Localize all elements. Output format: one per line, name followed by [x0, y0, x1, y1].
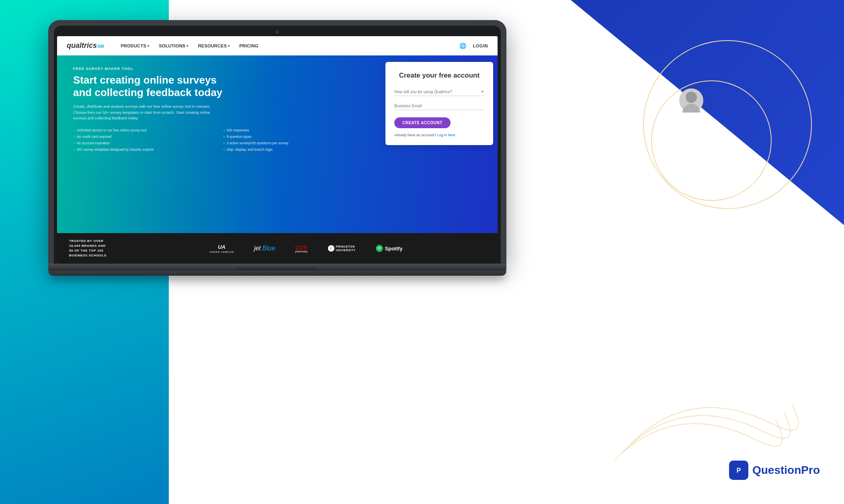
- feature-text: 8 question types: [227, 135, 252, 139]
- navbar: qualtricsXM PRODUCTS ▾ SOLUTIONS ▾ RESOU…: [57, 36, 498, 55]
- nav-right: 🌐 LOGIN: [459, 43, 488, 49]
- screen-bezel: qualtricsXM PRODUCTS ▾ SOLUTIONS ▾ RESOU…: [54, 26, 501, 264]
- qp-name-part1: Question: [752, 464, 801, 476]
- create-account-button[interactable]: CREATE ACCOUNT: [394, 117, 451, 128]
- signup-title: Create your free account: [394, 72, 484, 80]
- feature-text: 50+ survey templates designed by industr…: [77, 148, 154, 152]
- nav-solutions[interactable]: SOLUTIONS ▾: [155, 36, 192, 55]
- plus-icon: +: [223, 129, 225, 133]
- plus-icon: +: [223, 141, 225, 145]
- feature-item: + Skip, display, and branch logic: [223, 148, 369, 152]
- qp-name-part2: Pro: [801, 464, 820, 476]
- feature-text: Unlimited access to our free online surv…: [77, 128, 147, 132]
- feature-item: + 3 active surveys/30 questions per surv…: [223, 141, 369, 145]
- signup-card: Create your free account CREATE ACCOUNT: [385, 62, 493, 145]
- questionpro-icon: P: [729, 461, 748, 480]
- hero-features: + Unlimited access to our free online su…: [73, 128, 369, 152]
- feature-text: No account expiration: [77, 141, 110, 145]
- qualtrics-logo: qualtricsXM: [67, 41, 104, 50]
- under-armour-logo: UA UNDER ARMOUR: [209, 244, 234, 253]
- feature-text: No credit card required: [77, 135, 111, 139]
- logo-xm: XM: [97, 44, 104, 49]
- nav-links: PRODUCTS ▾ SOLUTIONS ▾ RESOURCES ▾ PRI: [117, 36, 460, 55]
- feature-item: + 8 question types: [223, 135, 369, 139]
- feature-item: + 500 responses: [223, 128, 369, 133]
- deco-circle-inner: [651, 80, 772, 201]
- login-link[interactable]: Log in here: [437, 133, 455, 137]
- plus-icon: +: [223, 135, 225, 139]
- spotify-icon: [377, 246, 382, 251]
- email-input[interactable]: [394, 102, 484, 110]
- login-button[interactable]: LOGIN: [473, 43, 488, 48]
- chevron-down-icon: ▾: [147, 44, 149, 48]
- qp-icon-svg: P: [733, 464, 745, 476]
- usage-dropdown[interactable]: [394, 88, 484, 96]
- laptop-camera: [276, 31, 279, 34]
- feature-item: + 50+ survey templates designed by indus…: [73, 148, 219, 152]
- usage-dropdown-group: [394, 88, 484, 96]
- cvs-logo: CVS pharmacy: [295, 244, 308, 253]
- princeton-logo: P PRINCETON UNIVERSITY: [328, 245, 356, 252]
- globe-icon[interactable]: 🌐: [459, 43, 466, 49]
- laptop-stand: [48, 271, 506, 276]
- nav-resources[interactable]: RESOURCES ▾: [194, 36, 234, 55]
- hero-tag: FREE SURVEY MAKER TOOL: [73, 67, 369, 71]
- feature-item: + Unlimited access to our free online su…: [73, 128, 219, 133]
- logo-text: qualtrics: [67, 41, 97, 50]
- feature-item: + No account expiration: [73, 141, 219, 145]
- questionpro-text: QuestionPro: [752, 464, 820, 477]
- plus-icon: +: [73, 141, 75, 145]
- usage-select-wrapper: [394, 88, 484, 96]
- avatar: [679, 88, 703, 113]
- deco-lines-bottom: [603, 351, 804, 472]
- jetblue-logo: jetBlue: [254, 245, 275, 252]
- chevron-down-icon: ▾: [186, 44, 188, 48]
- svg-text:P: P: [737, 467, 741, 474]
- hero-section: FREE SURVEY MAKER TOOL Start creating on…: [57, 55, 498, 233]
- hero-left-content: FREE SURVEY MAKER TOOL Start creating on…: [57, 55, 381, 233]
- laptop-base: [48, 264, 506, 271]
- chevron-down-icon: ▾: [228, 44, 229, 48]
- nav-pricing[interactable]: PRICING: [236, 36, 262, 55]
- feature-text: 500 responses: [227, 128, 249, 132]
- plus-icon: +: [73, 135, 75, 139]
- plus-icon: +: [73, 148, 75, 152]
- laptop-shell: qualtricsXM PRODUCTS ▾ SOLUTIONS ▾ RESOU…: [48, 20, 506, 264]
- brand-logos: UA UNDER ARMOUR jetBlue CVS ph: [127, 244, 486, 253]
- feature-text: Skip, display, and branch logic: [227, 148, 272, 152]
- nav-products[interactable]: PRODUCTS ▾: [117, 36, 154, 55]
- feature-text: 3 active surveys/30 questions per survey: [227, 141, 289, 145]
- email-group: [394, 102, 484, 110]
- laptop-container: qualtricsXM PRODUCTS ▾ SOLUTIONS ▾ RESOU…: [48, 20, 506, 276]
- plus-icon: +: [223, 148, 225, 152]
- questionpro-logo: P QuestionPro: [729, 461, 820, 480]
- screen-content: qualtricsXM PRODUCTS ▾ SOLUTIONS ▾ RESOU…: [57, 36, 498, 264]
- hero-right-content: Create your free account CREATE ACCOUNT: [381, 55, 498, 233]
- plus-icon: +: [73, 129, 75, 133]
- spotify-logo: Spotify: [376, 245, 403, 252]
- feature-item: + No credit card required: [73, 135, 219, 139]
- trusted-bar: TRUSTED BY OVER 18,000 BRANDS AND 99 OF …: [57, 233, 498, 264]
- hero-description: Create, distribute and analyze surveys w…: [73, 104, 218, 121]
- signin-text: Already have an account? Log in here: [394, 133, 484, 137]
- trusted-text: TRUSTED BY OVER 18,000 BRANDS AND 99 OF …: [69, 239, 107, 258]
- hero-headline: Start creating online surveys and collec…: [73, 74, 226, 99]
